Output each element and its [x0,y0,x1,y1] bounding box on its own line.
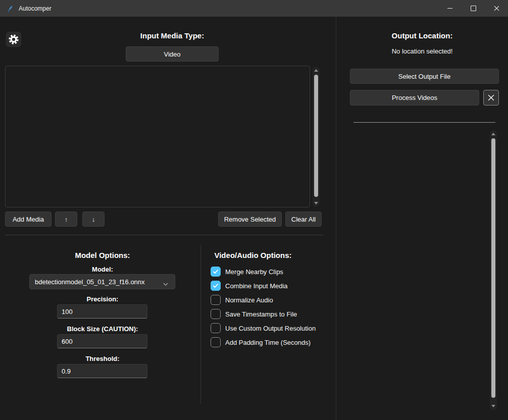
checkbox-label: Add Padding Time (Seconds) [225,339,311,346]
scroll-up-icon[interactable] [314,69,318,72]
gear-icon [8,34,19,45]
checkbox-row: Combine Input Media [211,281,288,291]
options-divider [5,235,323,235]
select-output-file-button[interactable]: Select Output File [350,69,499,84]
move-down-button[interactable]: ↓ [82,212,105,227]
scroll-down-icon[interactable] [314,202,318,204]
checkbox-combine-input-media[interactable] [211,281,221,291]
checkbox-label: Combine Input Media [225,282,288,290]
output-log-divider [353,122,495,123]
cancel-x-icon [487,94,495,101]
scroll-down-icon[interactable] [491,405,495,407]
checkbox-custom-resolution[interactable] [211,323,221,333]
process-videos-button[interactable]: Process Videos [350,90,479,106]
window-title: Autocomper [19,5,52,12]
add-media-button[interactable]: Add Media [5,212,52,227]
remove-selected-button[interactable]: Remove Selected [218,212,282,227]
settings-button[interactable] [6,32,21,47]
checkbox-row: Merge Nearby Clips [211,267,283,277]
checkbox-row: Use Custom Output Resolution [211,323,316,333]
input-media-type-heading: Input Media Type: [96,31,248,40]
checkbox-row: Save Timestamps to File [211,309,297,319]
media-type-select[interactable]: Video [126,46,219,62]
output-location-heading: Output Location: [336,31,508,40]
block-size-input[interactable] [57,334,147,348]
media-list-scrollbar-thumb[interactable] [314,75,318,197]
model-select[interactable]: bdetectionmodel_05_01_23_f16.onnx [29,274,175,289]
chevron-down-icon [163,280,169,288]
main-content: Input Media Type: Video Add Media ↑ ↓ Re… [0,17,508,420]
close-button[interactable] [485,0,508,17]
panel-divider [336,17,336,420]
clear-all-button[interactable]: Clear All [285,212,322,227]
minimize-icon [447,8,452,9]
checkbox-save-timestamps[interactable] [211,309,221,319]
checkbox-label: Use Custom Output Resolution [225,325,316,332]
minimize-button[interactable] [438,0,462,17]
precision-label: Precision: [27,295,178,303]
output-location-status: No location selected! [336,47,508,55]
maximize-button[interactable] [462,0,485,17]
close-icon [494,6,499,11]
cancel-processing-button[interactable] [483,90,499,106]
checkbox-label: Merge Nearby Clips [225,268,283,276]
precision-input[interactable] [57,304,147,319]
checkbox-normalize-audio[interactable] [211,295,221,305]
move-up-button[interactable]: ↑ [55,212,77,227]
checkbox-row: Add Padding Time (Seconds) [211,337,311,347]
options-column-divider [200,245,201,404]
model-label: Model: [27,266,178,273]
checkbox-label: Save Timestamps to File [225,310,297,318]
output-log-scrollbar-thumb[interactable] [491,138,495,398]
block-size-label: Block Size (CAUTION): [27,325,178,333]
model-options-heading: Model Options: [27,251,178,259]
media-list[interactable] [5,66,310,207]
media-list-scrollbar[interactable] [313,67,320,207]
checkbox-label: Normalize Audio [225,296,273,304]
checkbox-row: Normalize Audio [211,295,273,305]
va-options-heading: Video/Audio Options: [201,251,304,259]
model-select-value: bdetectionmodel_05_01_23_f16.onnx [35,278,145,286]
scroll-up-icon[interactable] [491,133,495,135]
checkbox-merge-nearby-clips[interactable] [211,267,221,277]
titlebar: Autocomper [0,0,508,17]
check-icon [213,269,219,274]
maximize-icon [471,6,476,11]
checkbox-padding-time[interactable] [211,337,221,347]
app-window: Autocomper Input Media Type [0,0,508,420]
app-feather-icon [7,5,14,13]
threshold-label: Threshold: [27,355,178,362]
output-log-scrollbar[interactable] [490,130,497,410]
check-icon [213,283,219,288]
threshold-input[interactable] [57,364,147,378]
window-controls [438,0,508,17]
